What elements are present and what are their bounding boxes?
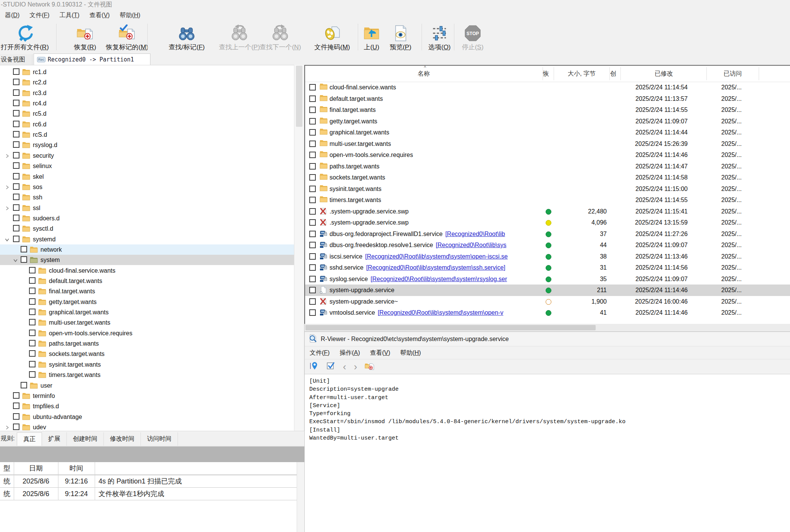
column-header-3[interactable]: 创 [610,66,620,82]
tree-item-multi-user.target.wants[interactable]: multi-user.target.wants [0,317,294,328]
file-row-iscsi.service[interactable]: iscsi.service[Recognized0\Root\lib\syste… [305,251,790,262]
column-header-2[interactable]: 大小, 字节 [554,66,609,82]
tree-item-rc3.d[interactable]: rc3.d [0,88,294,98]
tree-item-timers.target.wants[interactable]: timers.target.wants [0,370,294,380]
file-list-horizontal-scrollbar[interactable] [304,324,790,331]
tab-recognized0-partition1[interactable]: Rec Recognized0 -> Partition1 [34,53,150,65]
arrange-tab-访问时间[interactable]: 访问时间 [141,432,178,446]
file-checkbox[interactable] [309,219,316,226]
viewer-menu-item-2[interactable]: 查看(V) [365,346,395,359]
tree-item-checkbox[interactable] [21,246,27,252]
log-vertical-scrollbar[interactable] [297,462,304,532]
chevron-down-icon[interactable] [13,257,18,263]
tree-item-network[interactable]: network [0,244,294,255]
tree-item-rc1.d[interactable]: rc1.d [0,67,294,77]
file-row-paths.target.wants[interactable]: paths.target.wants2025/2/24 11:14:472025… [305,161,790,172]
tree-vertical-scrollbar[interactable] [294,65,304,431]
toolbar-button-open-all-files[interactable]: 打开所有文件(R) [0,22,61,53]
tree-item-checkbox[interactable] [13,403,19,409]
menu-item-2[interactable]: 工具(T) [55,9,84,21]
tree-item-sockets.target.wants[interactable]: sockets.target.wants [0,349,294,359]
tree-item-rc5.d[interactable]: rc5.d [0,108,294,119]
tree-item-checkbox[interactable] [21,382,27,388]
tree-item-checkbox[interactable] [13,225,19,231]
arrange-tab-真正[interactable]: 真正 [17,432,42,446]
menu-item-0[interactable]: 器(D) [0,9,24,21]
toolbar-button-stop[interactable]: STOP停止(S) [450,22,496,53]
tree-item-checkbox[interactable] [29,288,36,294]
tree-item-system[interactable]: system [0,255,294,265]
tree-item-checkbox[interactable] [13,424,19,430]
tree-item-sysctl.d[interactable]: sysctl.d [0,223,294,234]
tree-item-rsyslog.d[interactable]: rsyslog.d [0,140,294,150]
file-row-cloud-final.service.wants[interactable]: cloud-final.service.wants2025/2/24 11:14… [305,82,790,93]
tree-item-checkbox[interactable] [13,204,19,211]
tree-item-checkbox[interactable] [29,340,36,346]
file-parent-link[interactable]: [Recognized0\Root\lib\systemd\system\ope… [378,309,503,316]
viewer-file-content[interactable]: [Unit] Description=system-upgrade After=… [305,374,790,532]
tree-item-checkbox[interactable] [13,100,19,106]
tree-item-systemd[interactable]: systemd [0,234,294,244]
file-checkbox[interactable] [309,95,316,102]
file-checkbox[interactable] [309,107,316,113]
tree-item-checkbox[interactable] [29,371,36,378]
file-checkbox[interactable] [309,152,316,158]
tree-item-ubuntu-advantage[interactable]: ubuntu-advantage [0,412,294,422]
file-row-dbus-org.freedesktop.resolve1.service[interactable]: dbus-org.freedesktop.resolve1.service[Re… [305,239,790,251]
menu-item-3[interactable]: 查看(V) [84,9,115,21]
file-parent-link[interactable]: [Recognized0\Root\lib\systemd\system\ssh… [366,264,506,271]
file-row-sysinit.target.wants[interactable]: sysinit.target.wants2025/2/24 11:15:0020… [305,183,790,195]
file-parent-link[interactable]: [Recognized0\Root\lib\systemd\system\rsy… [370,276,507,282]
chevron-right-icon[interactable] [5,205,10,211]
tree-item-checkbox[interactable] [13,162,19,169]
arrange-tab-扩展[interactable]: 扩展 [42,432,67,446]
tree-item-checkbox[interactable] [13,194,19,200]
file-checkbox[interactable] [309,174,316,181]
menu-item-1[interactable]: 文件(F) [24,9,54,21]
file-checkbox[interactable] [309,298,316,305]
tree-item-udev[interactable]: udev [0,422,294,431]
tree-item-checkbox[interactable] [21,256,27,263]
chevron-down-icon[interactable] [5,237,10,242]
column-header-1[interactable]: 恢 [543,66,553,82]
file-checkbox[interactable] [309,276,316,282]
file-row-sockets.target.wants[interactable]: sockets.target.wants2025/2/24 11:14:5820… [305,172,790,183]
file-list-scrollbar-thumb[interactable] [305,325,596,330]
tree-item-checkbox[interactable] [13,141,19,148]
file-row-default.target.wants[interactable]: default.target.wants2025/2/24 11:13:5720… [305,93,790,105]
file-checkbox[interactable] [309,186,316,192]
tree-item-checkbox[interactable] [13,392,19,399]
splitter-band[interactable] [0,446,304,462]
tree-item-default.target.wants[interactable]: default.target.wants [0,276,294,286]
file-parent-link[interactable]: [Recognized0\Root\lib [445,231,505,237]
tree-item-rc6.d[interactable]: rc6.d [0,119,294,129]
tree-item-sos[interactable]: sos [0,182,294,192]
tree-item-checkbox[interactable] [29,350,36,357]
tree-item-skel[interactable]: skel [0,171,294,182]
tree-item-graphical.target.wants[interactable]: graphical.target.wants [0,307,294,317]
tree-item-rc4.d[interactable]: rc4.d [0,98,294,108]
tree-item-checkbox[interactable] [13,236,19,242]
chevron-right-icon[interactable] [5,153,10,158]
viewer-toolbar-recover-file[interactable] [365,361,375,372]
file-row-vmtoolsd.service[interactable]: vmtoolsd.service[Recognized0\Root\lib\sy… [305,307,790,319]
tree-item-ssh[interactable]: ssh [0,192,294,202]
file-row-dbus-org.fedoraproject.FirewallD1.service[interactable]: dbus-org.fedoraproject.FirewallD1.servic… [305,228,790,240]
column-header-4[interactable]: 已修改 [621,66,707,82]
tree-item-checkbox[interactable] [13,413,19,420]
tree-item-paths.target.wants[interactable]: paths.target.wants [0,338,294,349]
tree-item-checkbox[interactable] [13,173,19,179]
tree-item-sudoers.d[interactable]: sudoers.d [0,213,294,223]
file-row-timers.target.wants[interactable]: timers.target.wants2025/2/24 11:14:55202… [305,194,790,206]
tree-item-terminfo[interactable]: terminfo [0,391,294,401]
file-checkbox[interactable] [309,264,316,271]
viewer-menu-item-3[interactable]: 帮助(H) [395,346,426,359]
tree-item-checkbox[interactable] [29,277,36,284]
viewer-toolbar-mark[interactable] [326,361,335,372]
tree-item-getty.target.wants[interactable]: getty.target.wants [0,297,294,307]
tree-item-checkbox[interactable] [13,131,19,137]
tree-item-checkbox[interactable] [13,152,19,158]
file-checkbox[interactable] [309,118,316,125]
file-checkbox[interactable] [309,309,316,316]
file-checkbox[interactable] [309,253,316,260]
